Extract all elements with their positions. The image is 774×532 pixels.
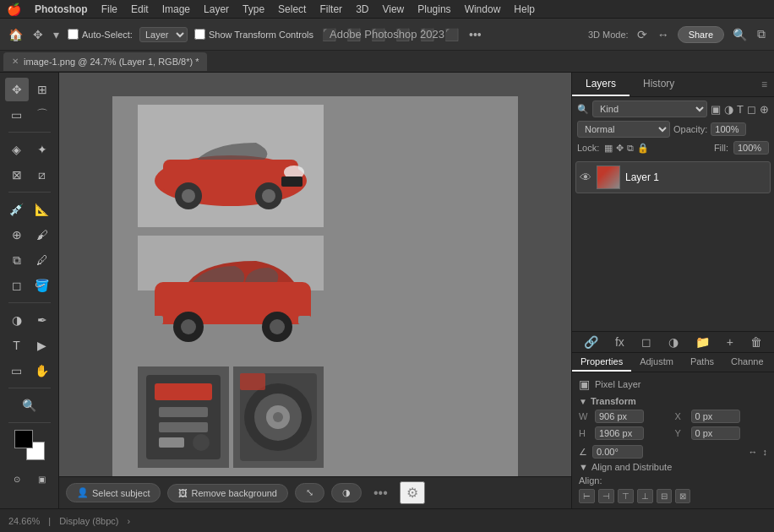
3d-rotate-btn[interactable]: ⟳ xyxy=(635,26,649,43)
slice-tool[interactable]: ⧄ xyxy=(30,163,54,187)
add-style-btn[interactable]: fx xyxy=(615,335,624,349)
menu-help[interactable]: Help xyxy=(514,3,535,15)
lasso-tool[interactable]: ⌒ xyxy=(30,103,54,127)
heal-tool[interactable]: ⊕ xyxy=(5,223,29,247)
marquee-tool[interactable]: ▭ xyxy=(5,103,29,127)
smart-filter-icon[interactable]: ⊕ xyxy=(760,103,769,116)
menu-view[interactable]: View xyxy=(382,3,404,15)
menu-layer[interactable]: Layer xyxy=(204,3,229,15)
menu-file[interactable]: File xyxy=(101,3,117,15)
link-layers-btn[interactable]: 🔗 xyxy=(584,335,598,349)
move-tool-btn[interactable]: ✥ xyxy=(31,26,45,43)
pixel-filter-icon[interactable]: ▣ xyxy=(711,103,721,116)
object-select-tool[interactable]: ◈ xyxy=(5,138,29,161)
move-tool[interactable]: ✥ xyxy=(5,78,29,101)
more-options-btn[interactable]: ••• xyxy=(467,26,483,43)
shape-tool[interactable]: ▭ xyxy=(5,359,29,383)
3d-move-btn[interactable]: ↔ xyxy=(656,26,671,43)
new-fill-btn[interactable]: ◑ xyxy=(668,335,679,349)
move-tool-arrow[interactable]: ▾ xyxy=(52,26,61,43)
align-left-btn[interactable]: ⬛ xyxy=(320,26,338,43)
lock-position-icon[interactable]: ✥ xyxy=(616,143,624,154)
flip-v-btn[interactable]: ↕ xyxy=(763,447,768,457)
menu-image[interactable]: Image xyxy=(162,3,190,15)
brush-tool[interactable]: 🖌 xyxy=(30,223,54,247)
context-settings-btn[interactable]: ⚙ xyxy=(400,481,425,504)
blend-mode-dropdown[interactable]: Normal Multiply Screen Overlay xyxy=(577,121,670,138)
align-right-edge-btn[interactable]: ⊤ xyxy=(618,489,634,503)
history-tab[interactable]: History xyxy=(630,73,688,96)
foreground-color-swatch[interactable] xyxy=(14,430,33,448)
align-left-edge-btn[interactable]: ⊢ xyxy=(579,489,595,503)
angle-input[interactable]: 0.00° xyxy=(592,445,643,459)
clone-tool[interactable]: ⧉ xyxy=(5,248,29,272)
align-top-edge-btn[interactable]: ⊥ xyxy=(637,489,653,503)
quick-actions-btn[interactable]: ⤡ xyxy=(295,483,324,502)
fill-tool[interactable]: 🪣 xyxy=(30,274,54,297)
menu-plugins[interactable]: Plugins xyxy=(417,3,450,15)
align-bottom-edge-btn[interactable]: ⊠ xyxy=(675,489,690,503)
panel-menu-btn[interactable]: ≡ xyxy=(755,75,774,94)
eraser-tool[interactable]: ◻ xyxy=(5,274,29,297)
screen-mode-btn[interactable]: ▣ xyxy=(30,467,54,491)
align-center-btn[interactable]: ⬛ xyxy=(345,26,362,43)
paths-tab[interactable]: Paths xyxy=(682,353,722,372)
menu-edit[interactable]: Edit xyxy=(131,3,149,15)
x-input[interactable]: 0 px xyxy=(691,410,740,423)
more-context-btn[interactable]: ••• xyxy=(368,484,393,502)
adjustments-tab[interactable]: Adjustm xyxy=(631,353,682,372)
app-name[interactable]: Photoshop xyxy=(35,3,88,15)
width-input[interactable]: 906 px xyxy=(595,410,644,423)
tab-close-btn[interactable]: ✕ xyxy=(12,57,19,66)
lock-pixel-icon[interactable]: ▦ xyxy=(604,143,613,154)
dodge-tool[interactable]: ◑ xyxy=(5,308,29,332)
select-subject-button[interactable]: 👤 Select subject xyxy=(66,483,161,502)
eyedropper-tool[interactable]: 💉 xyxy=(5,198,29,221)
align-top-btn[interactable]: ⬛ xyxy=(394,26,412,43)
menu-3d[interactable]: 3D xyxy=(356,3,368,15)
menu-filter[interactable]: Filter xyxy=(319,3,342,15)
history-brush-tool[interactable]: 🖊 xyxy=(30,248,54,272)
crop-tool[interactable]: ⊠ xyxy=(5,163,29,187)
zoom-tool[interactable]: 🔍 xyxy=(18,394,41,417)
opacity-input[interactable]: 100% xyxy=(711,122,746,136)
menu-type[interactable]: Type xyxy=(243,3,264,15)
adjustment-filter-icon[interactable]: ◑ xyxy=(724,103,733,116)
home-button[interactable]: 🏠 xyxy=(7,26,25,43)
path-select-tool[interactable]: ▶ xyxy=(30,334,54,357)
text-tool[interactable]: T xyxy=(5,334,29,357)
arrange-btn[interactable]: ⧉ xyxy=(755,25,767,43)
hand-tool[interactable]: ✋ xyxy=(30,359,54,383)
new-group-btn[interactable]: 📁 xyxy=(695,335,710,349)
channels-tab[interactable]: Channe xyxy=(722,353,772,372)
add-mask-btn[interactable]: ◻ xyxy=(641,335,651,349)
align-mid-btn[interactable]: ⬛ xyxy=(418,26,436,43)
ruler-tool[interactable]: 📐 xyxy=(30,198,54,221)
layer-visibility-icon[interactable]: 👁 xyxy=(580,171,591,184)
transform-controls-checkbox[interactable] xyxy=(194,29,205,40)
lock-artboard-icon[interactable]: ⧉ xyxy=(627,143,634,154)
align-h-center-btn[interactable]: ⊣ xyxy=(598,489,614,503)
align-collapse-btn[interactable]: ▼ xyxy=(579,462,588,472)
height-input[interactable]: 1906 px xyxy=(595,426,644,440)
share-button[interactable]: Share xyxy=(678,26,724,43)
auto-select-dropdown[interactable]: Layer Group xyxy=(139,27,188,42)
lock-all-icon[interactable]: 🔒 xyxy=(637,143,649,154)
magic-wand-tool[interactable]: ✦ xyxy=(30,138,54,161)
new-layer-btn[interactable]: + xyxy=(727,335,733,349)
layers-tab[interactable]: Layers xyxy=(572,73,630,96)
align-right-btn[interactable]: ⬛ xyxy=(369,26,387,43)
delete-layer-btn[interactable]: 🗑 xyxy=(750,335,762,349)
align-bot-btn[interactable]: ⬛ xyxy=(443,26,461,43)
fill-input[interactable]: 100% xyxy=(733,141,769,155)
transform-collapse-btn[interactable]: ▼ xyxy=(579,397,587,406)
flip-h-btn[interactable]: ↔ xyxy=(749,447,758,457)
document-tab[interactable]: ✕ image-1.png @ 24.7% (Layer 1, RGB/8*) … xyxy=(3,52,207,71)
artboard-tool[interactable]: ⊞ xyxy=(30,78,54,101)
type-filter-icon[interactable]: T xyxy=(737,103,744,116)
layer-item[interactable]: 👁 Layer 1 xyxy=(575,161,771,193)
menu-window[interactable]: Window xyxy=(465,3,501,15)
search-btn[interactable]: 🔍 xyxy=(731,26,749,43)
quick-mask-btn[interactable]: ⊙ xyxy=(5,467,29,491)
remove-background-button[interactable]: 🖼 Remove background xyxy=(167,484,288,502)
